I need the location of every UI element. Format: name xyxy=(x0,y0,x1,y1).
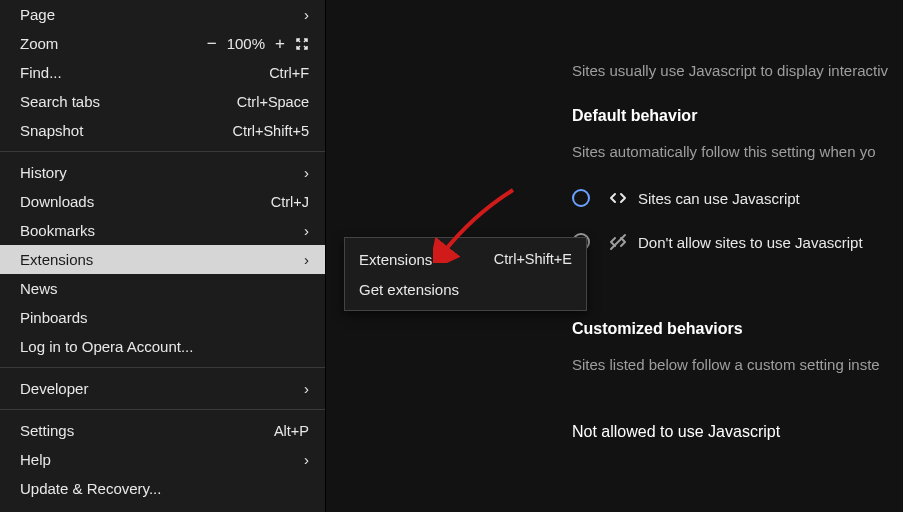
menu-item-label: Find... xyxy=(20,64,269,81)
submenu-shortcut: Ctrl+Shift+E xyxy=(494,251,572,267)
menu-shortcut: Ctrl+F xyxy=(269,65,309,81)
default-behavior-description: Sites automatically follow this setting … xyxy=(572,143,903,160)
chevron-right-icon: › xyxy=(295,164,309,181)
zoom-in-button[interactable]: + xyxy=(275,34,285,54)
customized-behaviors-title: Customized behaviors xyxy=(572,320,903,338)
code-icon xyxy=(608,188,628,208)
radio-selected-icon xyxy=(572,189,590,207)
chevron-right-icon: › xyxy=(295,222,309,239)
default-behavior-title: Default behavior xyxy=(572,107,903,125)
menu-shortcut: Ctrl+Space xyxy=(237,94,309,110)
menu-item-label: Update & Recovery... xyxy=(20,480,309,497)
zoom-value: 100% xyxy=(227,35,265,52)
menu-item-label: Bookmarks xyxy=(20,222,295,239)
chevron-right-icon: › xyxy=(295,451,309,468)
menu-separator xyxy=(0,367,325,368)
menu-item-login[interactable]: Log in to Opera Account... xyxy=(0,332,325,361)
menu-item-news[interactable]: News xyxy=(0,274,325,303)
menu-item-label: Developer xyxy=(20,380,295,397)
menu-item-zoom[interactable]: Zoom − 100% + xyxy=(0,29,325,58)
menu-item-history[interactable]: History › xyxy=(0,158,325,187)
extensions-submenu: Extensions Ctrl+Shift+E Get extensions xyxy=(344,237,587,311)
menu-item-extensions[interactable]: Extensions › xyxy=(0,245,325,274)
chevron-right-icon: › xyxy=(295,380,309,397)
menu-item-label: Search tabs xyxy=(20,93,237,110)
menu-item-search-tabs[interactable]: Search tabs Ctrl+Space xyxy=(0,87,325,116)
code-disabled-icon xyxy=(608,232,628,252)
chevron-right-icon: › xyxy=(295,251,309,268)
menu-item-label: Pinboards xyxy=(20,309,309,326)
menu-item-label: Snapshot xyxy=(20,122,232,139)
main-menu: Page › Zoom − 100% + Find... Ctrl+F Sear… xyxy=(0,0,326,512)
option-label: Don't allow sites to use Javascript xyxy=(638,234,863,251)
option-allow-js[interactable]: Sites can use Javascript xyxy=(572,188,903,208)
menu-item-settings[interactable]: Settings Alt+P xyxy=(0,416,325,445)
submenu-item-get-extensions[interactable]: Get extensions xyxy=(345,274,586,304)
menu-item-label: Page xyxy=(20,6,295,23)
chevron-right-icon: › xyxy=(295,6,309,23)
menu-item-label: Log in to Opera Account... xyxy=(20,338,309,355)
menu-shortcut: Ctrl+Shift+5 xyxy=(232,123,309,139)
option-label: Sites can use Javascript xyxy=(638,190,800,207)
svg-line-0 xyxy=(611,235,625,249)
not-allowed-title: Not allowed to use Javascript xyxy=(572,423,903,441)
menu-item-label: Help xyxy=(20,451,295,468)
option-deny-js[interactable]: Don't allow sites to use Javascript xyxy=(572,232,903,252)
submenu-item-label: Extensions xyxy=(359,251,494,268)
menu-item-label: History xyxy=(20,164,295,181)
menu-item-find[interactable]: Find... Ctrl+F xyxy=(0,58,325,87)
menu-item-bookmarks[interactable]: Bookmarks › xyxy=(0,216,325,245)
menu-item-page[interactable]: Page › xyxy=(0,0,325,29)
menu-item-label: Zoom xyxy=(20,35,207,52)
zoom-out-button[interactable]: − xyxy=(207,34,217,54)
submenu-item-label: Get extensions xyxy=(359,281,572,298)
menu-item-pinboards[interactable]: Pinboards xyxy=(0,303,325,332)
zoom-controls: − 100% + xyxy=(207,34,309,54)
menu-item-label: Settings xyxy=(20,422,274,439)
intro-description: Sites usually use Javascript to display … xyxy=(572,62,903,79)
menu-item-label: Downloads xyxy=(20,193,271,210)
menu-item-downloads[interactable]: Downloads Ctrl+J xyxy=(0,187,325,216)
menu-separator xyxy=(0,151,325,152)
menu-item-label: News xyxy=(20,280,309,297)
menu-shortcut: Alt+P xyxy=(274,423,309,439)
menu-item-snapshot[interactable]: Snapshot Ctrl+Shift+5 xyxy=(0,116,325,145)
menu-item-developer[interactable]: Developer › xyxy=(0,374,325,403)
customized-behaviors-description: Sites listed below follow a custom setti… xyxy=(572,356,903,373)
menu-separator xyxy=(0,409,325,410)
menu-item-help[interactable]: Help › xyxy=(0,445,325,474)
menu-shortcut: Ctrl+J xyxy=(271,194,309,210)
fullscreen-icon[interactable] xyxy=(295,37,309,51)
menu-item-update[interactable]: Update & Recovery... xyxy=(0,474,325,503)
menu-item-label: Extensions xyxy=(20,251,295,268)
submenu-item-extensions[interactable]: Extensions Ctrl+Shift+E xyxy=(345,244,586,274)
